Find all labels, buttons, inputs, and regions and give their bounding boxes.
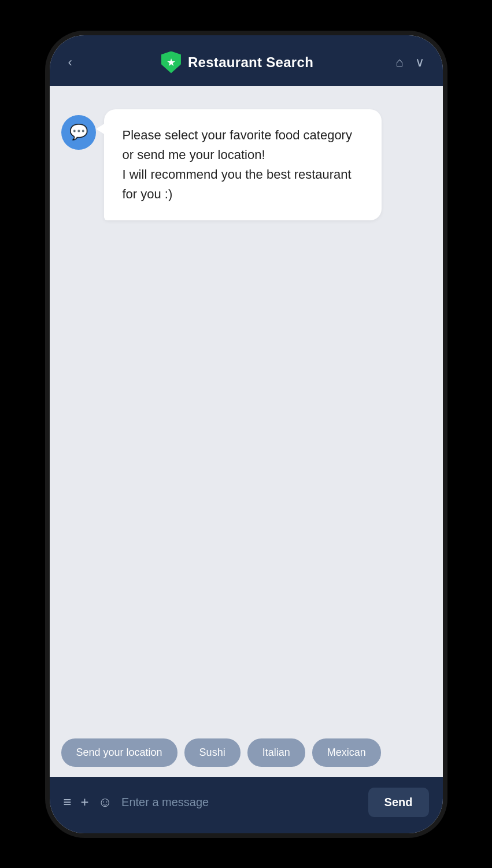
- header-title: Restaurant Search: [188, 54, 313, 71]
- header-right: ⌂ ∨: [395, 55, 424, 70]
- bot-message-text: Please select your favorite food categor…: [123, 128, 352, 201]
- back-button[interactable]: ‹: [68, 55, 79, 70]
- quick-reply-button[interactable]: Sushi: [184, 738, 241, 767]
- bot-shield-icon: ★: [161, 51, 181, 73]
- menu-icon[interactable]: ≡: [64, 794, 72, 810]
- quick-reply-button[interactable]: Send your location: [61, 738, 177, 767]
- send-button[interactable]: Send: [368, 788, 429, 817]
- shield-star: ★: [167, 57, 176, 68]
- quick-reply-button[interactable]: Italian: [247, 738, 305, 767]
- quick-reply-button[interactable]: Mexican: [312, 738, 381, 767]
- chat-bubble-icon: 💬: [69, 123, 88, 141]
- quick-replies-area: Send your locationSushiItalianMexican: [50, 729, 443, 777]
- bot-message-bubble: Please select your favorite food categor…: [104, 109, 382, 220]
- home-icon[interactable]: ⌂: [395, 55, 403, 70]
- emoji-icon[interactable]: ☺: [98, 794, 113, 810]
- header: ‹ ★ Restaurant Search ⌂ ∨: [50, 35, 443, 86]
- chat-area: 💬 Please select your favorite food categ…: [50, 86, 443, 729]
- add-icon[interactable]: +: [81, 794, 89, 810]
- bot-message-row: 💬 Please select your favorite food categ…: [61, 109, 431, 220]
- header-left: ‹: [68, 55, 79, 70]
- header-center: ★ Restaurant Search: [79, 51, 395, 73]
- message-input[interactable]: [121, 790, 359, 815]
- app-container: ‹ ★ Restaurant Search ⌂ ∨ 💬 Please selec…: [50, 35, 443, 833]
- chevron-down-icon[interactable]: ∨: [415, 55, 424, 70]
- input-area: ≡ + ☺ Send: [50, 777, 443, 833]
- message-input-wrap: [121, 790, 359, 815]
- bot-avatar: 💬: [61, 115, 96, 150]
- phone-frame: ‹ ★ Restaurant Search ⌂ ∨ 💬 Please selec…: [50, 35, 443, 833]
